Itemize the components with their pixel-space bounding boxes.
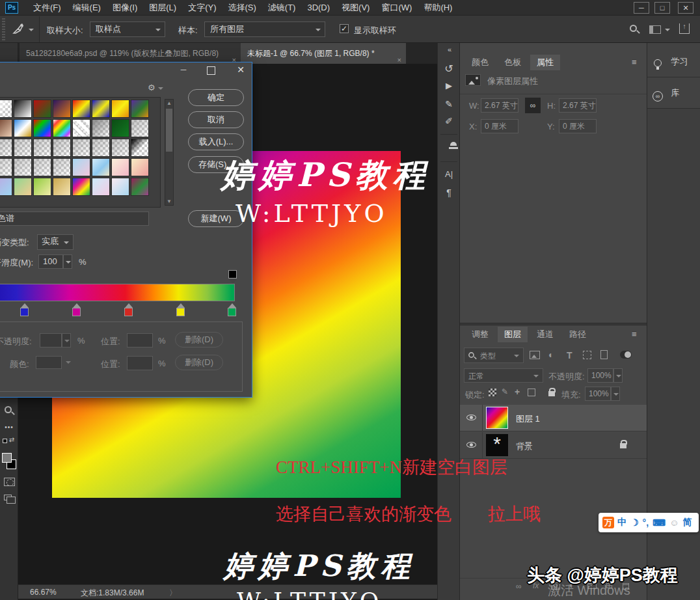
window-minimize-button[interactable]: ─: [634, 2, 649, 14]
menu-item[interactable]: 文字(Y): [182, 0, 222, 16]
layer-filter-select[interactable]: 类型: [464, 348, 524, 363]
gradient-name-input[interactable]: 色谱: [0, 211, 149, 226]
quick-mask-icon[interactable]: [4, 478, 15, 486]
gradient-preset-swatch[interactable]: [111, 119, 129, 137]
lock-paint-icon[interactable]: ✎: [502, 387, 508, 396]
gradient-preview-bar[interactable]: [0, 284, 235, 301]
ime-item[interactable]: ☽: [630, 517, 639, 528]
libraries-panel-button[interactable]: ∞ 库: [653, 87, 679, 102]
presets-scrollbar[interactable]: ▲ ▼: [165, 99, 174, 206]
color-stop[interactable]: [20, 308, 29, 316]
show-ring-checkbox[interactable]: ✓: [340, 24, 349, 33]
opacity-stop[interactable]: [228, 270, 237, 279]
gradient-preset-swatch[interactable]: [33, 119, 51, 137]
close-icon[interactable]: ×: [397, 49, 401, 64]
dialog-close-button[interactable]: ✕: [234, 65, 248, 75]
gradient-preset-swatch[interactable]: [14, 139, 32, 157]
tool-preset-chevron-icon[interactable]: [29, 29, 34, 31]
gradient-preset-swatch[interactable]: [92, 178, 110, 196]
delete-opacity-stop-button[interactable]: 删除(D): [175, 332, 223, 348]
gradient-type-select[interactable]: 实底: [37, 234, 74, 250]
stop-opacity-input[interactable]: [40, 333, 62, 348]
dialog-maximize-button[interactable]: [207, 66, 215, 75]
swap-colors-icon[interactable]: ⇄: [5, 436, 18, 443]
filter-toggle[interactable]: [620, 351, 632, 359]
gradient-preset-swatch[interactable]: [33, 178, 51, 196]
ime-item[interactable]: 简: [683, 517, 692, 528]
tab-属性[interactable]: 属性: [530, 55, 560, 70]
gradient-preset-swatch[interactable]: [33, 139, 51, 157]
menu-item[interactable]: 视图(V): [336, 0, 375, 16]
window-close-button[interactable]: ✕: [678, 2, 693, 14]
foreground-color-swatch[interactable]: [2, 453, 12, 463]
stop-position-input[interactable]: [127, 356, 153, 370]
width-input[interactable]: 2.67 英寸: [481, 98, 518, 113]
color-stop[interactable]: [72, 308, 81, 316]
stop-opacity-stepper[interactable]: [62, 333, 71, 348]
gradient-preset-swatch[interactable]: [53, 119, 71, 137]
actions-panel-icon[interactable]: ▶: [438, 81, 460, 90]
tab-调整[interactable]: 调整: [465, 327, 495, 342]
gradient-preset-swatch[interactable]: [0, 119, 12, 137]
delete-color-stop-button[interactable]: 删除(D): [175, 355, 223, 370]
options-grip[interactable]: [2, 18, 5, 40]
gradient-preset-swatch[interactable]: [0, 178, 12, 196]
filter-smart-object-icon[interactable]: [600, 350, 608, 359]
gradient-preset-swatch[interactable]: [111, 178, 129, 196]
dialog-minimize-button[interactable]: ─: [176, 65, 191, 75]
sample-select[interactable]: 所有图层: [204, 21, 325, 37]
gradient-preset-swatch[interactable]: [53, 178, 71, 196]
gradient-preset-swatch[interactable]: [92, 139, 110, 157]
lock-artboard-icon[interactable]: [528, 389, 535, 396]
gradient-preset-swatch[interactable]: [131, 100, 149, 118]
link-layers-icon[interactable]: ∞: [516, 582, 522, 591]
brush-settings-panel-icon[interactable]: ✎: [438, 99, 460, 109]
gradient-preset-swatch[interactable]: [72, 158, 90, 176]
tab-色板[interactable]: 色板: [498, 55, 528, 70]
fill-value[interactable]: 100%: [585, 387, 611, 401]
gradient-preset-swatch[interactable]: [92, 100, 110, 118]
height-input[interactable]: 2.67 英寸: [559, 98, 597, 113]
learn-panel-button[interactable]: 学习: [654, 56, 688, 70]
layer-thumbnail[interactable]: *: [486, 434, 508, 456]
character-panel-icon[interactable]: A|: [438, 169, 460, 179]
stop-color-swatch[interactable]: [36, 356, 62, 369]
filter-pixel-layers-icon[interactable]: [530, 351, 540, 359]
ime-brand-icon[interactable]: 万: [602, 517, 614, 528]
gradient-preset-swatch[interactable]: [131, 139, 149, 157]
ok-button[interactable]: 确定: [188, 89, 244, 106]
lock-transparency-icon[interactable]: [489, 389, 496, 396]
x-input[interactable]: 0 厘米: [481, 119, 518, 133]
menu-item[interactable]: 编辑(E): [67, 0, 107, 16]
menu-item[interactable]: 帮助(H): [418, 0, 458, 16]
smoothness-stepper[interactable]: [63, 254, 72, 269]
smoothness-input[interactable]: 100: [38, 254, 63, 269]
gradient-preset-swatch[interactable]: [111, 158, 129, 176]
fill-stepper[interactable]: [611, 387, 620, 401]
y-input[interactable]: 0 厘米: [559, 119, 597, 133]
scroll-up-icon[interactable]: ▲: [165, 100, 173, 106]
paragraph-panel-icon[interactable]: ¶: [438, 187, 460, 198]
gradient-preset-swatch[interactable]: [53, 100, 71, 118]
lock-move-icon[interactable]: +: [515, 387, 520, 397]
layer-row-selected[interactable]: 图层 1: [460, 405, 647, 431]
menu-item[interactable]: 3D(D): [301, 0, 336, 16]
tab-颜色[interactable]: 颜色: [465, 55, 495, 70]
menu-item[interactable]: 图像(I): [107, 0, 143, 16]
link-dimensions-icon[interactable]: ∞: [525, 98, 541, 113]
window-maximize-button[interactable]: □: [654, 2, 670, 14]
doc-tab-inactive[interactable]: 5a1282180e6a9.psd @ 119% (版权禁止叠加图, RGB/8…: [20, 43, 241, 64]
gradient-preset-swatch[interactable]: [72, 100, 90, 118]
menu-item[interactable]: 选择(S): [222, 0, 262, 16]
zoom-level[interactable]: 66.67%: [30, 588, 57, 597]
gradient-preset-swatch[interactable]: [0, 100, 12, 118]
gradient-preset-swatch[interactable]: [0, 158, 12, 176]
gear-icon[interactable]: ⚙: [148, 83, 155, 92]
opacity-stepper[interactable]: [613, 368, 623, 383]
gradient-preset-swatch[interactable]: [72, 119, 90, 137]
screen-mode-icon[interactable]: [4, 495, 12, 500]
doc-tab-active[interactable]: 未标题-1 @ 66.7% (图层 1, RGB/8) * ×: [241, 43, 406, 64]
eyedropper-tool-icon[interactable]: [12, 22, 25, 35]
gradient-preset-swatch[interactable]: [14, 178, 32, 196]
workspace-icon[interactable]: [649, 25, 661, 34]
